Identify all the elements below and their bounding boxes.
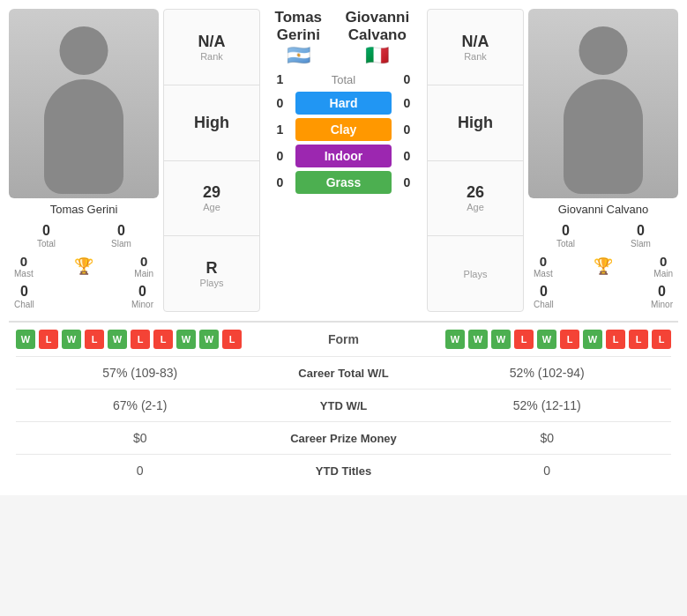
left-form-w4: W xyxy=(176,330,196,349)
left-form-l5: L xyxy=(222,330,242,349)
form-row: W L W L W L L W W L Form W W W L W L W L xyxy=(16,323,671,357)
left-high-row: High xyxy=(164,85,259,161)
right-form-l4: L xyxy=(629,330,648,349)
left-form-w1: W xyxy=(16,330,35,349)
right-player-head-silhouette xyxy=(579,26,628,75)
left-age-row: 29 Age xyxy=(164,161,259,237)
bottom-section: W L W L W L L W W L Form W W W L W L W L xyxy=(9,321,678,486)
clay-surface-row: 1 Clay 0 xyxy=(265,118,422,141)
prize-money-label: Career Prize Money xyxy=(265,432,423,445)
left-rank-row: N/A Rank xyxy=(164,10,259,85)
left-form-w5: W xyxy=(199,330,219,349)
left-form-l4: L xyxy=(153,330,173,349)
right-form-l2: L xyxy=(560,330,579,349)
left-trophy-icon: 🏆 xyxy=(74,256,93,276)
career-total-row: 57% (109-83) Career Total W/L 52% (102-9… xyxy=(16,357,671,390)
right-chall-cell: 0 Chall xyxy=(534,284,554,309)
right-flag: 🇮🇹 xyxy=(365,44,389,67)
right-form-w2: W xyxy=(468,330,488,349)
right-player-header: Giovanni Calvano 🇮🇹 xyxy=(332,9,422,67)
left-form-badges: W L W L W L L W W L xyxy=(16,330,287,349)
left-flag: 🇦🇷 xyxy=(287,44,310,67)
left-chall-cell: 0 Chall xyxy=(14,284,34,309)
right-mid-stats-panel: N/A Rank High 26 Age Plays xyxy=(427,9,524,312)
right-ytd-titles: 0 xyxy=(423,464,672,478)
right-chall-minor-row: 0 Chall 0 Minor xyxy=(528,281,678,312)
left-slam-stat: 0 Slam xyxy=(84,220,159,251)
right-trophy-icon: 🏆 xyxy=(594,256,613,276)
page-wrapper: Tomas Gerini 0 Total 0 Slam 0 Mast 🏆 xyxy=(0,0,687,495)
left-plays-row: R Plays xyxy=(164,236,259,311)
right-form-badges: W W W L W L W L L L xyxy=(401,330,672,349)
right-form-w4: W xyxy=(537,330,556,349)
center-content: Tomas Gerini 🇦🇷 Giovanni Calvano 🇮🇹 1 To… xyxy=(265,9,422,312)
top-section: Tomas Gerini 0 Total 0 Slam 0 Mast 🏆 xyxy=(9,9,678,312)
right-form-l5: L xyxy=(652,330,671,349)
left-ytd-wl: 67% (2-1) xyxy=(16,398,265,412)
right-player-body-silhouette xyxy=(564,79,643,194)
indoor-surface-row: 0 Indoor 0 xyxy=(265,145,422,167)
right-form-w3: W xyxy=(491,330,511,349)
ytd-titles-label: YTD Titles xyxy=(265,464,423,478)
right-stats-panel: N/A Rank High 26 Age Plays xyxy=(427,9,524,312)
indoor-button[interactable]: Indoor xyxy=(295,145,392,167)
surface-rows: 0 Hard 0 1 Clay 0 0 Indoor 0 xyxy=(265,92,422,194)
form-label: Form xyxy=(287,332,401,346)
right-form-w1: W xyxy=(445,330,465,349)
left-form-l3: L xyxy=(131,330,150,349)
right-form-w5: W xyxy=(583,330,602,349)
left-player-head-silhouette xyxy=(60,26,108,75)
left-prize-money: $0 xyxy=(16,431,265,445)
left-form-l2: L xyxy=(85,330,104,349)
ytd-wl-label: YTD W/L xyxy=(265,399,423,412)
left-total-stat: 0 Total xyxy=(9,220,84,251)
right-trophy-row: 0 Mast 🏆 0 Main xyxy=(528,251,678,281)
left-ytd-titles: 0 xyxy=(16,464,265,478)
right-form-l1: L xyxy=(514,330,534,349)
left-player-body-silhouette xyxy=(44,79,123,194)
left-player-header: Tomas Gerini 🇦🇷 xyxy=(265,9,332,67)
right-high-row: High xyxy=(428,85,523,161)
prize-money-row: $0 Career Prize Money $0 xyxy=(16,422,671,455)
center-col: Tomas Gerini 🇦🇷 Giovanni Calvano 🇮🇹 1 To… xyxy=(265,9,422,312)
right-career-total: 52% (102-94) xyxy=(423,366,672,380)
total-line: 1 Total 0 xyxy=(265,72,422,86)
right-player-name: Giovanni Calvano xyxy=(528,198,678,220)
hard-button[interactable]: Hard xyxy=(295,92,392,115)
left-career-total: 57% (109-83) xyxy=(16,366,265,380)
left-form-w3: W xyxy=(108,330,127,349)
right-total-stat: 0 Total xyxy=(528,220,603,251)
left-chall-minor-row: 0 Chall 0 Minor xyxy=(9,281,159,312)
left-mid-stats-panel: N/A Rank High 29 Age R Plays xyxy=(163,9,260,312)
career-total-label: Career Total W/L xyxy=(265,367,423,380)
right-age-row: 26 Age xyxy=(428,161,523,237)
right-player-stats-grid: 0 Total 0 Slam xyxy=(528,220,678,251)
right-minor-cell: 0 Minor xyxy=(651,284,673,309)
hard-surface-row: 0 Hard 0 xyxy=(265,92,422,115)
grass-surface-row: 0 Grass 0 xyxy=(265,171,422,194)
left-form-l1: L xyxy=(39,330,58,349)
left-player-photo-col: Tomas Gerini 0 Total 0 Slam 0 Mast 🏆 xyxy=(9,9,159,312)
right-mast-cell: 0 Mast xyxy=(534,254,553,278)
right-ytd-wl: 52% (12-11) xyxy=(423,398,672,412)
left-player-name: Tomas Gerini xyxy=(9,198,159,220)
right-player-photo-col: Giovanni Calvano 0 Total 0 Slam 0 Mast 🏆 xyxy=(528,9,678,312)
left-player-photo xyxy=(9,9,159,198)
right-form-l3: L xyxy=(606,330,625,349)
left-mast-cell: 0 Mast xyxy=(14,254,34,278)
grass-button[interactable]: Grass xyxy=(295,171,392,194)
left-player-stats-grid: 0 Total 0 Slam xyxy=(9,220,159,251)
left-form-w2: W xyxy=(62,330,81,349)
player-names-flags: Tomas Gerini 🇦🇷 Giovanni Calvano 🇮🇹 xyxy=(265,9,422,67)
right-rank-row: N/A Rank xyxy=(428,10,523,85)
clay-button[interactable]: Clay xyxy=(295,118,392,141)
ytd-titles-row: 0 YTD Titles 0 xyxy=(16,455,671,486)
ytd-wl-row: 67% (2-1) YTD W/L 52% (12-11) xyxy=(16,390,671,422)
right-plays-row: Plays xyxy=(428,236,523,311)
right-player-photo xyxy=(528,9,678,198)
left-minor-cell: 0 Minor xyxy=(131,284,153,309)
left-main-cell: 0 Main xyxy=(134,254,153,278)
left-stats-panel: N/A Rank High 29 Age R Plays xyxy=(163,9,260,312)
left-trophy-row: 0 Mast 🏆 0 Main xyxy=(9,251,159,281)
right-prize-money: $0 xyxy=(423,431,672,445)
